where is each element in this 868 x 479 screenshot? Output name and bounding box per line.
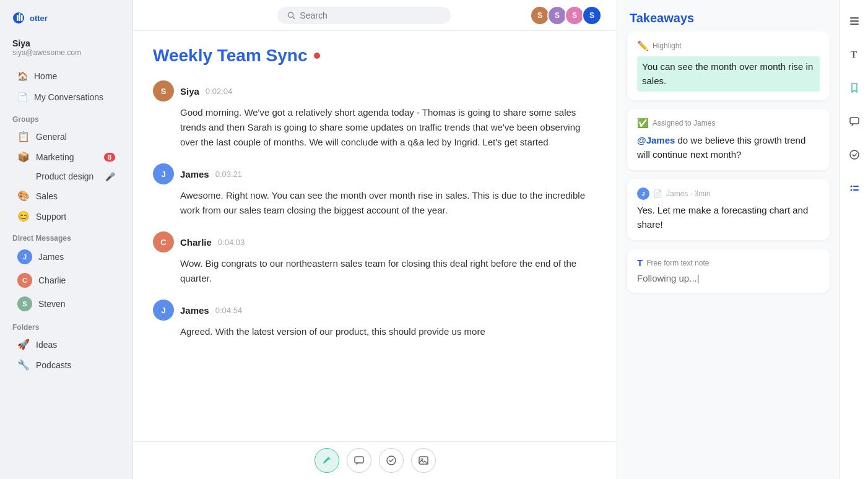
svg-point-16 — [850, 150, 859, 159]
sidebar-item-marketing[interactable]: 📦 Marketing 8 — [5, 147, 128, 166]
home-label: Home — [34, 71, 57, 81]
support-label: Support — [36, 212, 66, 222]
sidebar-item-general[interactable]: 📋 General — [5, 127, 128, 146]
james-msg-name-1: James — [180, 169, 209, 179]
main-area: S S S S Weekly Team Sync S Siya 0:02:04 … — [133, 0, 617, 479]
rail-check-icon[interactable] — [843, 144, 866, 166]
james-msg-text-1: Awesome. Right now. You can see the mont… — [153, 188, 597, 218]
highlight-icon — [321, 455, 332, 466]
svg-rect-13 — [850, 24, 859, 25]
svg-point-10 — [421, 459, 423, 460]
dm-steven-label: Steven — [38, 299, 66, 309]
ideas-icon: 🚀 — [17, 339, 30, 350]
assign-card-icon: ✅ — [637, 118, 649, 129]
note-icon: 📄 — [653, 189, 662, 198]
siya-msg-avatar: S — [153, 80, 174, 101]
freeform-label-text: Free form text note — [646, 259, 709, 267]
james-msg-name-2: James — [180, 305, 209, 316]
charlie-msg-text: Wow. Big congrats to our northeastern sa… — [153, 256, 597, 286]
message-header-siya: S Siya 0:02:04 — [153, 80, 597, 101]
highlight-card-label: ✏️ Highlight — [637, 40, 820, 51]
steven-avatar: S — [17, 296, 32, 311]
takeaways-title: Takeaways — [617, 0, 840, 32]
svg-rect-15 — [850, 118, 859, 124]
topbar-avatars: S S S S — [530, 6, 602, 25]
product-design-label: Product design — [36, 171, 93, 181]
search-bar[interactable] — [277, 7, 451, 24]
general-icon: 📋 — [17, 131, 30, 142]
highlight-button[interactable] — [315, 448, 339, 473]
sidebar-item-home[interactable]: 🏠 Home — [5, 66, 128, 86]
sidebar-item-support[interactable]: 😊 Support — [5, 207, 128, 226]
takeaway-cards: ✏️ Highlight You can see the month over … — [617, 32, 840, 479]
siya-msg-text: Good morning. We've got a relatively sho… — [153, 105, 597, 150]
note-author-meta: James · 3min — [666, 189, 710, 198]
rail-bookmark-icon[interactable] — [843, 77, 866, 99]
check-icon — [386, 455, 397, 466]
assign-card-content: @James do we believe this growth trend w… — [637, 134, 820, 162]
svg-text:T: T — [851, 50, 857, 59]
svg-rect-20 — [853, 189, 859, 191]
message-header-charlie: C Charlie 0:04:03 — [153, 231, 597, 252]
sales-icon: 🎨 — [17, 190, 30, 202]
mic-icon: 🎤 — [105, 172, 115, 181]
message-siya: S Siya 0:02:04 Good morning. We've got a… — [153, 80, 597, 150]
takeaway-freeform-card[interactable]: T Free form text note — [627, 249, 830, 293]
check-button[interactable] — [379, 448, 404, 473]
image-button[interactable] — [411, 448, 436, 473]
comment-button[interactable] — [347, 448, 371, 473]
dm-steven[interactable]: S Steven — [5, 293, 128, 315]
sidebar-item-ideas[interactable]: 🚀 Ideas — [5, 335, 128, 354]
highlight-text: You can see the month over month rise in… — [642, 61, 813, 86]
marketing-label: Marketing — [36, 152, 74, 162]
logo: otter — [0, 0, 132, 33]
home-icon: 🏠 — [17, 71, 28, 81]
highlight-card-icon: ✏️ — [637, 40, 649, 51]
conversations-icon: 📄 — [17, 92, 28, 102]
chat-container: Weekly Team Sync S Siya 0:02:04 Good mor… — [133, 31, 617, 441]
support-icon: 😊 — [17, 210, 30, 222]
user-email: siya@awesome.com — [12, 48, 120, 57]
freeform-input[interactable] — [637, 273, 820, 283]
message-james-1: J James 0:03:21 Awesome. Right now. You … — [153, 163, 597, 218]
sidebar-item-my-conversations[interactable]: 📄 My Conversations — [5, 87, 128, 107]
podcasts-label: Podcasts — [36, 360, 72, 370]
live-indicator — [314, 53, 320, 59]
svg-line-6 — [292, 17, 294, 19]
svg-rect-12 — [850, 20, 859, 22]
highlight-card-content: You can see the month over month rise in… — [637, 56, 820, 92]
svg-rect-7 — [355, 457, 363, 463]
sidebar-item-product-design[interactable]: Product design 🎤 — [5, 168, 128, 185]
james-msg-time-1: 0:03:21 — [215, 170, 242, 179]
assign-label-text: Assigned to James — [653, 119, 715, 127]
rail-list-icon[interactable] — [843, 10, 866, 32]
chat-toolbar — [133, 441, 617, 479]
dm-james[interactable]: J James — [5, 246, 128, 268]
highlight-label-text: Highlight — [653, 41, 682, 50]
rail-bullet-list-icon[interactable] — [843, 177, 866, 199]
mention-james: @James — [637, 135, 675, 145]
rail-text-icon[interactable]: T — [843, 43, 866, 66]
marketing-icon: 📦 — [17, 151, 30, 163]
search-input[interactable] — [300, 11, 440, 20]
takeaway-note-card: J 📄 James · 3min Yes. Let me make a fore… — [627, 179, 830, 240]
my-conversations-label: My Conversations — [34, 92, 103, 102]
message-header-james-1: J James 0:03:21 — [153, 163, 597, 184]
avatar-4[interactable]: S — [582, 6, 602, 25]
sales-label: Sales — [36, 191, 58, 201]
svg-text:otter: otter — [30, 14, 48, 23]
svg-rect-1 — [17, 15, 19, 21]
icon-rail: T — [840, 0, 868, 479]
assign-card-label: ✅ Assigned to James — [637, 118, 820, 129]
sidebar: otter Siya siya@awesome.com 🏠 Home 📄 My … — [0, 0, 133, 479]
dm-james-label: James — [38, 252, 64, 262]
rail-chat-icon[interactable] — [843, 110, 866, 132]
note-card-content: Yes. Let me make a forecasting chart and… — [637, 204, 820, 231]
comment-icon — [354, 455, 365, 466]
sidebar-item-podcasts[interactable]: 🔧 Podcasts — [5, 355, 128, 374]
charlie-msg-name: Charlie — [180, 237, 212, 248]
dm-charlie[interactable]: C Charlie — [5, 269, 128, 291]
right-panel: Takeaways ✏️ Highlight You can see the m… — [617, 0, 840, 479]
groups-section-label: Groups — [0, 108, 132, 126]
sidebar-item-sales[interactable]: 🎨 Sales — [5, 186, 128, 205]
